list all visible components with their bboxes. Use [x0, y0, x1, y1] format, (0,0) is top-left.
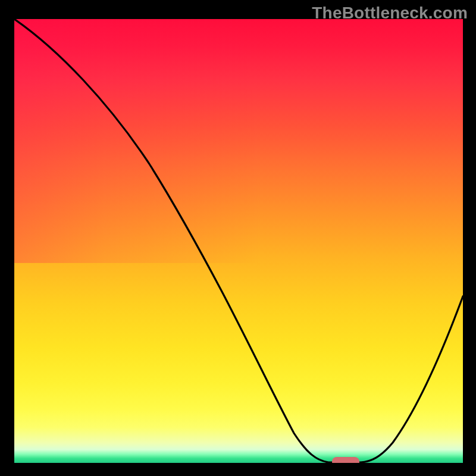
curve-svg	[14, 19, 463, 463]
bottleneck-curve	[14, 19, 463, 462]
chart-frame: TheBottleneck.com	[0, 0, 476, 476]
optimal-marker	[332, 457, 359, 463]
plot-area	[14, 19, 463, 463]
